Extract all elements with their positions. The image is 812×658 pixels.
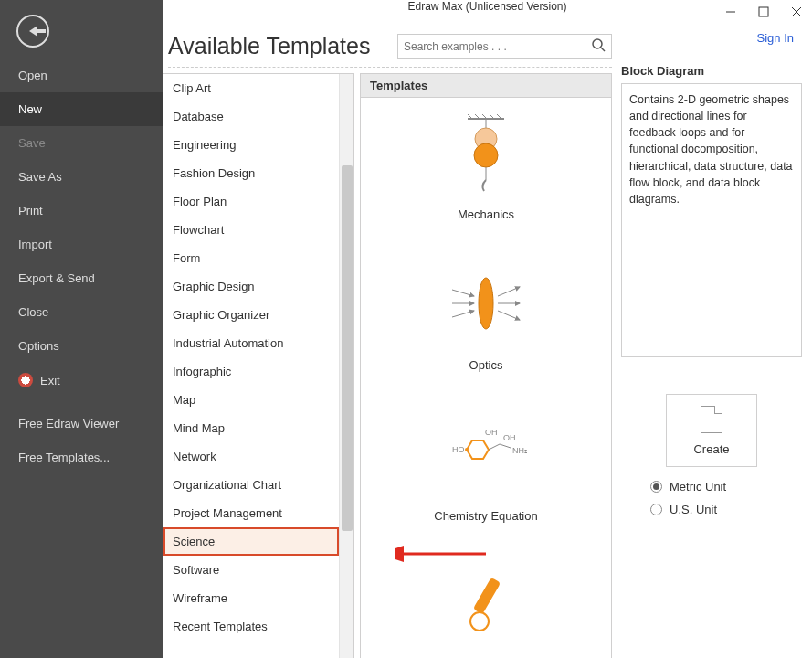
template-thumbnail <box>440 559 532 651</box>
category-list: Clip ArtDatabaseEngineeringFashion Desig… <box>163 73 354 658</box>
category-science[interactable]: Science <box>163 527 339 556</box>
category-fashion-design[interactable]: Fashion Design <box>163 159 339 187</box>
back-arrow-icon <box>29 26 37 37</box>
titlebar: Edraw Max (Unlicensed Version) <box>163 0 812 13</box>
svg-point-14 <box>474 143 498 167</box>
svg-text:NH₂: NH₂ <box>512 446 527 455</box>
template-partial[interactable] <box>440 559 532 658</box>
back-button[interactable] <box>16 15 49 48</box>
svg-line-22 <box>498 311 520 320</box>
template-optics[interactable]: Optics <box>440 258 532 372</box>
templates-header: Templates <box>361 74 611 98</box>
template-label: Mechanics <box>440 207 532 221</box>
sidebar-item-save-as[interactable]: Save As <box>0 160 163 194</box>
sidebar-item-free-edraw-viewer[interactable]: Free Edraw Viewer <box>0 407 163 440</box>
sidebar-item-print[interactable]: Print <box>0 194 163 228</box>
category-wireframe[interactable]: Wireframe <box>163 584 339 612</box>
exit-label: Exit <box>40 374 60 387</box>
preview-title: Block Diagram <box>621 64 802 78</box>
category-engineering[interactable]: Engineering <box>163 131 339 159</box>
category-flowchart[interactable]: Flowchart <box>163 216 339 244</box>
svg-line-17 <box>452 290 474 296</box>
radio-icon <box>650 504 662 515</box>
template-label: Optics <box>440 358 532 372</box>
svg-line-20 <box>498 287 520 296</box>
template-thumbnail <box>440 258 532 349</box>
metric-unit-radio[interactable]: Metric Unit <box>650 480 802 494</box>
create-label: Create <box>693 442 729 456</box>
svg-text:HO: HO <box>452 445 465 454</box>
category-graphic-organizer[interactable]: Graphic Organizer <box>163 301 339 329</box>
category-map[interactable]: Map <box>163 386 339 414</box>
sidebar-item-import[interactable]: Import <box>0 228 163 261</box>
svg-point-32 <box>470 612 489 631</box>
scrollbar-thumb[interactable] <box>342 165 353 531</box>
svg-text:OH: OH <box>503 433 516 442</box>
category-software[interactable]: Software <box>163 556 339 584</box>
category-database[interactable]: Database <box>163 102 339 131</box>
svg-point-16 <box>479 278 493 329</box>
page-title: Available Templates <box>168 33 370 59</box>
window-title: Edraw Max (Unlicensed Version) <box>407 0 566 13</box>
search-icon[interactable] <box>592 38 606 55</box>
sidebar-item-export-send[interactable]: Export & Send <box>0 261 163 295</box>
radio-icon <box>650 481 662 493</box>
svg-point-24 <box>465 448 469 451</box>
search-input[interactable] <box>404 40 592 53</box>
template-thumbnail <box>440 107 532 198</box>
minimize-button[interactable] <box>721 4 741 20</box>
svg-line-27 <box>489 444 500 450</box>
us-unit-radio[interactable]: U.S. Unit <box>650 503 802 516</box>
template-mechanics[interactable]: Mechanics <box>440 107 532 221</box>
create-button[interactable]: Create <box>666 394 757 467</box>
template-label: Chemistry Equation <box>434 509 537 523</box>
svg-text:OH: OH <box>485 428 498 437</box>
category-industrial-automation[interactable]: Industrial Automation <box>163 329 339 357</box>
search-box[interactable] <box>397 34 612 59</box>
file-menu-sidebar: OpenNewSaveSave AsPrintImportExport & Se… <box>0 0 163 658</box>
sidebar-item-free-templates-[interactable]: Free Templates... <box>0 440 163 474</box>
preview-description: Contains 2-D geometric shapes and direct… <box>621 83 802 357</box>
svg-line-5 <box>601 48 605 51</box>
category-form[interactable]: Form <box>163 244 339 272</box>
close-window-button[interactable] <box>786 4 807 20</box>
category-floor-plan[interactable]: Floor Plan <box>163 187 339 216</box>
svg-point-4 <box>593 39 602 48</box>
sidebar-item-close[interactable]: Close <box>0 295 163 329</box>
document-icon <box>701 406 722 433</box>
category-recent-templates[interactable]: Recent Templates <box>163 612 339 641</box>
category-organizational-chart[interactable]: Organizational Chart <box>163 471 339 499</box>
svg-rect-1 <box>759 7 768 16</box>
category-infographic[interactable]: Infographic <box>163 357 339 386</box>
templates-panel: Templates MechanicsOpticsHOOHOHNH₂Chemis… <box>360 73 612 658</box>
metric-label: Metric Unit <box>670 480 726 494</box>
sidebar-item-open[interactable]: Open <box>0 58 163 92</box>
category-mind-map[interactable]: Mind Map <box>163 414 339 442</box>
category-scrollbar[interactable] <box>339 74 353 658</box>
sign-in-link[interactable]: Sign In <box>757 31 794 45</box>
category-clip-art[interactable]: Clip Art <box>163 74 339 102</box>
category-network[interactable]: Network <box>163 442 339 471</box>
template-thumbnail: HOOHOHNH₂ <box>440 409 532 500</box>
exit-button[interactable]: Exit <box>0 363 163 398</box>
svg-rect-31 <box>473 578 501 615</box>
template-chemistry-equation[interactable]: HOOHOHNH₂Chemistry Equation <box>434 409 537 523</box>
exit-icon <box>18 373 33 387</box>
us-label: U.S. Unit <box>670 503 717 516</box>
category-project-management[interactable]: Project Management <box>163 499 339 527</box>
svg-marker-23 <box>467 440 489 459</box>
maximize-button[interactable] <box>754 4 774 20</box>
category-graphic-design[interactable]: Graphic Design <box>163 272 339 301</box>
sidebar-item-save: Save <box>0 126 163 160</box>
svg-line-28 <box>500 444 511 448</box>
sidebar-item-new[interactable]: New <box>0 92 163 126</box>
svg-line-19 <box>452 311 474 317</box>
sidebar-item-options[interactable]: Options <box>0 329 163 363</box>
